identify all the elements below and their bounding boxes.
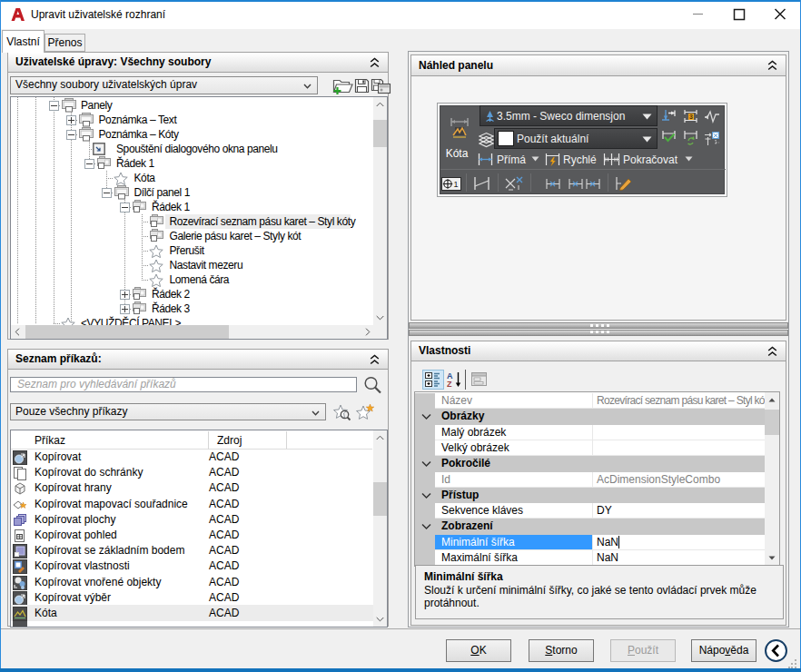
svg-text:Z: Z <box>447 380 452 388</box>
svg-text:1: 1 <box>453 180 458 189</box>
svg-text:3: 3 <box>689 114 693 120</box>
